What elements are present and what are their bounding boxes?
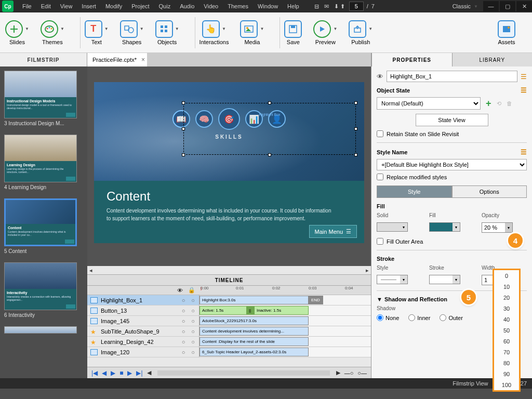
lock-icon[interactable]: 🔒: [188, 287, 195, 294]
down-up-icon[interactable]: ⬇ ⬆: [334, 3, 345, 10]
ribbon-save[interactable]: Save: [284, 20, 302, 45]
tab-properties[interactable]: PROPERTIES: [371, 53, 452, 66]
ribbon-themes[interactable]: ▼ Themes: [41, 20, 64, 45]
stroke-color-swatch[interactable]: ▼: [429, 275, 460, 284]
ribbon-shapes[interactable]: ▼ Shapes: [120, 20, 144, 45]
page-indicator: / 7: [349, 2, 375, 11]
opacity-option[interactable]: 40: [494, 314, 519, 325]
close-button[interactable]: ✕: [516, 1, 532, 11]
mail-icon[interactable]: ✉: [324, 3, 329, 10]
menu-view[interactable]: View: [56, 0, 77, 12]
tl-next-icon[interactable]: ▶: [127, 369, 132, 377]
horizontal-scrollbar[interactable]: ◂▸: [87, 266, 371, 274]
shadow-inner-radio[interactable]: Inner: [408, 314, 430, 321]
options-subtab[interactable]: Options: [452, 185, 527, 198]
tl-last-icon[interactable]: ▶|: [136, 369, 142, 377]
fill-outer-checkbox[interactable]: [377, 238, 383, 245]
menu-help[interactable]: Help: [283, 0, 304, 12]
ribbon-objects[interactable]: ▼ Objects: [155, 20, 179, 45]
timeline-row-button[interactable]: Button_13○○ Active: 1.5s||Inactive: 1.5s: [87, 305, 371, 316]
tab-library[interactable]: LIBRARY: [452, 53, 533, 66]
visibility-icon[interactable]: 👁: [377, 73, 383, 81]
opacity-option[interactable]: 60: [494, 336, 519, 347]
tl-zoom-in-icon[interactable]: ○—: [357, 370, 367, 376]
panel-menu-icon[interactable]: ☰: [521, 73, 527, 81]
canvas[interactable]: 📖 🧠 🎯 📊 👤 SKILLS Highlight Box Content: [87, 66, 371, 266]
shadow-outer-radio[interactable]: Outer: [440, 314, 463, 321]
eye-icon[interactable]: 👁: [177, 287, 183, 294]
fill-swatch[interactable]: ▼: [429, 222, 460, 232]
thumb-3[interactable]: Instructional Design ModelsInstructional…: [4, 71, 77, 126]
opacity-option[interactable]: 30: [494, 303, 519, 314]
object-name-input[interactable]: [387, 71, 517, 82]
minimize-button[interactable]: —: [483, 1, 499, 11]
ribbon-publish[interactable]: ▼ Publish: [349, 20, 373, 45]
reset-state-icon[interactable]: ⟲: [497, 100, 501, 107]
opacity-input[interactable]: 20 %▼: [482, 222, 513, 233]
total-pages: 7: [371, 3, 375, 9]
ribbon-preview[interactable]: ▼ Preview: [313, 20, 337, 45]
tl-first-icon[interactable]: |◀: [91, 369, 98, 377]
tl-zoom-out-icon[interactable]: —○: [344, 370, 354, 376]
thumb-6[interactable]: InteractivityInteractivity creates a con…: [4, 262, 77, 318]
add-state-icon[interactable]: +: [486, 98, 491, 109]
tl-prev-icon[interactable]: ◀: [102, 369, 107, 377]
tab-close-icon[interactable]: ×: [141, 56, 145, 63]
timeline-ruler[interactable]: | 0:00 0:01 0:02 0:03 0:04: [200, 286, 371, 295]
thumb-7[interactable]: [4, 326, 77, 334]
menu-edit[interactable]: Edit: [36, 0, 56, 12]
opacity-option[interactable]: 70: [494, 347, 519, 357]
timeline-row-image-120[interactable]: Image_120○○ 6_Sub Topic Header Layout_2-…: [87, 347, 371, 357]
style-name-select[interactable]: +[Default Blue Highlight Box Style]: [377, 159, 527, 170]
opacity-option[interactable]: 100: [494, 379, 519, 390]
tl-stop-icon[interactable]: ■: [119, 369, 123, 377]
menu-project[interactable]: Project: [127, 0, 154, 12]
ribbon-assets[interactable]: Assets: [498, 20, 515, 45]
opacity-option[interactable]: 50: [494, 325, 519, 336]
main-menu-button[interactable]: Main Menu☰: [309, 225, 357, 238]
menu-window[interactable]: Window: [253, 0, 283, 12]
menu-file[interactable]: File: [18, 0, 36, 12]
highlight-box[interactable]: Highlight Box: [183, 103, 356, 155]
menu-quiz[interactable]: Quiz: [154, 0, 176, 12]
thumb-4[interactable]: Learning DesignLearning design is the pr…: [4, 135, 77, 190]
menu-insert[interactable]: Insert: [77, 0, 101, 12]
tl-play-icon[interactable]: ▶: [111, 369, 115, 377]
stroke-style-select[interactable]: ▼: [377, 275, 408, 284]
menu-video[interactable]: Video: [199, 0, 223, 12]
maximize-button[interactable]: ▢: [500, 1, 515, 11]
shadow-none-radio[interactable]: None: [377, 314, 399, 321]
replace-styles-checkbox[interactable]: [377, 174, 383, 180]
thumb-5[interactable]: ContentContent development involves dete…: [4, 198, 77, 254]
panel-menu-icon[interactable]: ☰: [521, 86, 527, 94]
ribbon-slides[interactable]: ▼ Slides: [5, 20, 29, 45]
menu-audio[interactable]: Audio: [175, 0, 199, 12]
ribbon-media[interactable]: ▼ Media: [240, 20, 264, 45]
delete-state-icon[interactable]: 🗑: [507, 100, 512, 107]
timeline-row-subtitle[interactable]: ★SubTitle_AutoShape_9○○ Content developm…: [87, 326, 371, 337]
solid-swatch[interactable]: ▼: [377, 222, 408, 232]
opacity-option[interactable]: 0: [494, 270, 519, 281]
timeline-row-highlight-box[interactable]: Highlight_Box_1○○ Highlight Box:3.0sEND: [87, 295, 371, 305]
panel-menu-icon[interactable]: ☰: [521, 148, 527, 156]
menu-themes[interactable]: Themes: [223, 0, 253, 12]
timeline-row-learning-design[interactable]: ★Learning_Design_42○○ Content :Display f…: [87, 337, 371, 347]
workspace-dropdown[interactable]: Classic▼: [453, 3, 478, 9]
opacity-option[interactable]: 10: [494, 281, 519, 292]
opacity-option[interactable]: 90: [494, 368, 519, 379]
document-tab[interactable]: PracticeFile.cptx* ×: [87, 53, 147, 66]
state-view-button[interactable]: State View: [416, 114, 488, 126]
filmstrip-list[interactable]: Instructional Design ModelsInstructional…: [0, 66, 87, 378]
opacity-option[interactable]: 80: [494, 357, 519, 368]
opacity-option[interactable]: 20: [494, 292, 519, 303]
menu-modify[interactable]: Modify: [101, 0, 127, 12]
timeline-row-image[interactable]: Image_145○○ AdobeStock_222912517:3.0s: [87, 316, 371, 326]
object-state-select[interactable]: Normal (Default): [377, 97, 481, 110]
ribbon-text[interactable]: T▼ Text: [85, 20, 109, 45]
current-page-input[interactable]: [349, 2, 364, 11]
record-icon[interactable]: ⊟: [314, 3, 319, 10]
timeline-layer-header: 👁 🔒: [87, 286, 200, 295]
retain-state-checkbox[interactable]: [377, 130, 383, 137]
ribbon-interactions[interactable]: 👆▼ Interactions: [200, 20, 229, 45]
style-subtab[interactable]: Style: [377, 185, 452, 198]
